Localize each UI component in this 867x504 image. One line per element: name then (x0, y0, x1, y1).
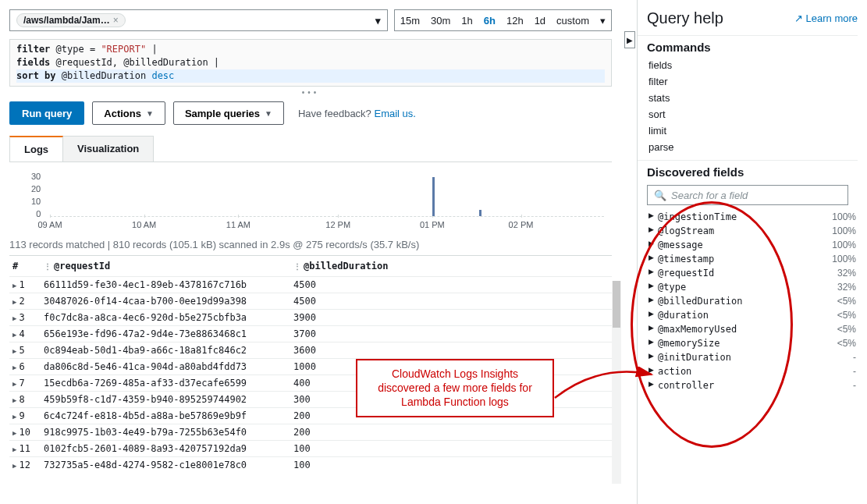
cmd-filter[interactable]: filter (638, 73, 858, 90)
expand-icon[interactable]: ▶ (12, 462, 16, 470)
table-row[interactable]: ▶4656e193e-fd96-47a2-9d4e-73e8863468c137… (9, 326, 612, 343)
time-custom[interactable]: custom (551, 10, 595, 30)
expand-icon: ▶ (648, 352, 654, 363)
discovered-field[interactable]: ▶@initDuration- (638, 350, 858, 364)
chevron-down-icon: ▾ (375, 15, 381, 27)
expand-icon[interactable]: ▶ (12, 347, 16, 355)
query-help-title: Query help (647, 9, 723, 27)
col-num[interactable]: # (9, 256, 41, 277)
expand-icon: ▶ (648, 324, 654, 335)
expand-icon[interactable]: ▶ (12, 380, 16, 388)
sample-queries-button[interactable]: Sample queries▼ (173, 101, 284, 125)
expand-icon[interactable]: ▶ (12, 413, 16, 421)
cmd-stats[interactable]: stats (638, 90, 858, 106)
cmd-sort[interactable]: sort (638, 106, 858, 122)
feedback-text: Have feedback? Email us. (298, 108, 416, 119)
resize-handle-icon[interactable]: ••• (9, 87, 612, 98)
scrollbar[interactable] (612, 281, 621, 484)
discovered-field[interactable]: ▶@message100% (638, 238, 858, 252)
annotation-box: CloudWatch Logs Insights discovered a fe… (356, 359, 554, 417)
discovered-field[interactable]: ▶@memorySize<5% (638, 336, 858, 350)
action-row: Run query Actions▼ Sample queries▼ Have … (9, 101, 612, 125)
time-range-picker[interactable]: 15m 30m 1h 6h 12h 1d custom ▾ (394, 9, 612, 31)
y-axis-ticks: 30 20 10 0 (31, 170, 41, 220)
table-row[interactable]: ▶50c894eab-50d1-4ba9-a66c-18a81fc846c236… (9, 343, 612, 359)
expand-icon: ▶ (648, 296, 654, 307)
expand-icon: ▶ (648, 240, 654, 250)
top-toolbar: /aws/lambda/Jam… × ▾ 15m 30m 1h 6h 12h 1… (9, 0, 612, 31)
discovered-field[interactable]: ▶@ingestionTime100% (638, 210, 858, 224)
table-row[interactable]: ▶12732735a5-e48d-4274-9582-c1e8001e78c01… (9, 457, 612, 474)
tab-visualization[interactable]: Visualization (62, 136, 154, 161)
log-group-select[interactable]: /aws/lambda/Jam… × ▾ (9, 9, 388, 31)
expand-icon: ▶ (648, 310, 654, 321)
chart-grid (50, 173, 604, 217)
chart-bar (479, 210, 481, 216)
discovered-field[interactable]: ▶@timestamp100% (638, 252, 858, 266)
cmd-parse[interactable]: parse (638, 139, 858, 155)
col-requestid[interactable]: ⋮@requestId (41, 256, 290, 277)
expand-icon[interactable]: ▶ (12, 429, 16, 437)
discovered-field[interactable]: ▶@duration<5% (638, 308, 858, 322)
chart-bar (432, 177, 435, 216)
commands-heading: Commands (638, 35, 858, 57)
table-row[interactable]: ▶166111d59-fe30-4ec1-89eb-4378167c716b45… (9, 277, 612, 293)
expand-icon[interactable]: ▶ (12, 396, 16, 404)
external-link-icon: ↗ (794, 12, 803, 24)
cmd-limit[interactable]: limit (638, 122, 858, 139)
commands-list: fields filter stats sort limit parse (638, 57, 858, 155)
expand-icon[interactable]: ▶ (12, 314, 16, 322)
histogram-chart: 30 20 10 0 09 AM 10 AM 11 AM 12 PM 01 PM… (9, 170, 612, 232)
expand-icon: ▶ (648, 380, 654, 391)
log-group-chip[interactable]: /aws/lambda/Jam… × (16, 13, 126, 27)
main-area: /aws/lambda/Jam… × ▾ 15m 30m 1h 6h 12h 1… (0, 0, 621, 504)
cmd-fields[interactable]: fields (638, 57, 858, 73)
time-1d[interactable]: 1d (529, 10, 551, 30)
query-editor[interactable]: filter @type = "REPORT" | fields @reques… (9, 39, 612, 87)
table-row[interactable]: ▶110102fcb5-2601-4089-8a93-420757192da91… (9, 441, 612, 457)
discovered-field[interactable]: ▶action- (638, 364, 858, 378)
actions-button[interactable]: Actions▼ (92, 101, 165, 125)
time-6h[interactable]: 6h (478, 10, 501, 30)
expand-icon: ▶ (648, 211, 654, 222)
chevron-down-icon: ▼ (265, 109, 272, 118)
learn-more-link[interactable]: ↗ Learn more (794, 12, 858, 24)
expand-icon[interactable]: ▶ (12, 331, 16, 339)
time-caret-icon[interactable]: ▾ (595, 10, 611, 30)
kw-sort: sort by (16, 70, 56, 81)
scrollbar-thumb[interactable] (613, 281, 620, 328)
table-row[interactable]: ▶3f0c7dc8a-a8ca-4ec6-920d-b5e275cbfb3a39… (9, 310, 612, 326)
discovered-field[interactable]: ▶controller- (638, 378, 858, 392)
run-query-button[interactable]: Run query (9, 101, 84, 125)
time-15m[interactable]: 15m (395, 10, 425, 30)
log-group-chip-label: /aws/lambda/Jam… (23, 15, 110, 26)
email-us-link[interactable]: Email us. (374, 108, 415, 119)
col-billedduration[interactable]: ⋮@billedDuration (290, 256, 612, 277)
discovered-field[interactable]: ▶@logStream100% (638, 224, 858, 238)
chip-remove-icon[interactable]: × (113, 15, 119, 26)
tab-logs[interactable]: Logs (9, 136, 63, 161)
expand-icon[interactable]: ▶ (12, 445, 16, 453)
table-row[interactable]: ▶230487026-0f14-4caa-b700-0ee19d99a39845… (9, 293, 612, 310)
expand-icon[interactable]: ▶ (12, 282, 16, 289)
discovered-field[interactable]: ▶@maxMemoryUsed<5% (638, 322, 858, 336)
time-1h[interactable]: 1h (456, 10, 478, 30)
expand-icon[interactable]: ▶ (12, 364, 16, 371)
field-search-input[interactable]: 🔍 Search for a field (647, 185, 848, 205)
expand-icon: ▶ (648, 225, 654, 236)
chevron-down-icon: ▼ (146, 109, 154, 118)
discovered-field[interactable]: ▶@requestId32% (638, 266, 858, 280)
expand-icon: ▶ (648, 338, 654, 349)
table-row[interactable]: ▶10918c9975-1b03-4e49-b79a-7255b63e54f02… (9, 424, 612, 441)
results-tabs: Logs Visualization (9, 136, 612, 162)
time-30m[interactable]: 30m (425, 10, 456, 30)
discovered-field[interactable]: ▶@type32% (638, 280, 858, 294)
x-axis-ticks: 09 AM 10 AM 11 AM 12 PM 01 PM 02 PM (50, 220, 604, 231)
time-12h[interactable]: 12h (501, 10, 529, 30)
expand-icon: ▶ (648, 254, 654, 264)
discovered-field[interactable]: ▶@billedDuration<5% (638, 294, 858, 308)
kw-fields: fields (16, 57, 50, 68)
expand-icon: ▶ (648, 268, 654, 279)
expand-icon[interactable]: ▶ (12, 298, 16, 306)
panel-collapse-button[interactable]: ▶ (624, 31, 635, 48)
